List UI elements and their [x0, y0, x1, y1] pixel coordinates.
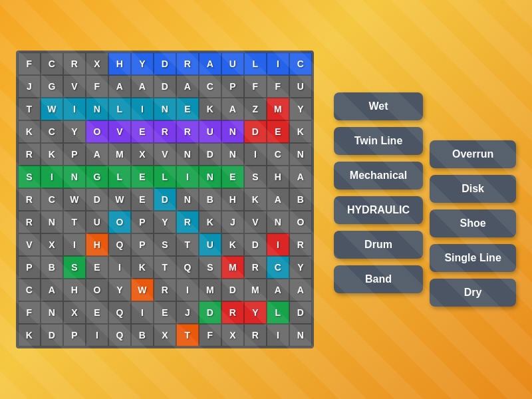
grid-cell: R	[18, 188, 41, 211]
grid-row: KDPIQBXTFXRIN	[18, 324, 312, 346]
grid-cell: C	[289, 53, 312, 75]
grid-cell: C	[41, 53, 63, 75]
grid-row: FNXEQIEJDRYLD	[18, 301, 312, 324]
grid-cell: M	[199, 279, 221, 301]
grid-cell: S	[63, 256, 86, 279]
grid-cell: A	[289, 279, 312, 301]
grid-cell: D	[154, 188, 176, 211]
word-button[interactable]: Dry	[430, 279, 516, 307]
grid-cell: S	[199, 256, 221, 279]
grid-cell: P	[18, 256, 41, 279]
grid-cell: K	[199, 211, 221, 233]
grid-cell: C	[41, 120, 63, 143]
grid-cell: U	[199, 120, 221, 143]
word-button[interactable]: Single Line	[430, 244, 516, 272]
word-button[interactable]: Shoe	[430, 209, 516, 237]
grid-cell: Q	[108, 233, 131, 256]
grid-cell: I	[41, 166, 63, 188]
grid-cell: I	[267, 233, 289, 256]
grid-cell: S	[244, 166, 267, 188]
grid-cell: R	[176, 53, 199, 75]
grid-cell: L	[267, 301, 289, 324]
grid-cell: E	[131, 166, 154, 188]
grid-cell: T	[63, 211, 86, 233]
grid-cell: V	[108, 120, 131, 143]
grid-cell: A	[41, 279, 63, 301]
grid-cell: N	[221, 143, 244, 166]
grid-cell: H	[108, 53, 131, 75]
grid-cell: B	[289, 188, 312, 211]
grid-cell: R	[176, 211, 199, 233]
word-button[interactable]: Wet	[334, 92, 423, 120]
grid-row: TWINLINEKAZMY	[18, 98, 312, 120]
word-search-grid: FCRXHYDRAULICJGVFAADACPFFUTWINLINEKAZMYK…	[16, 51, 314, 348]
grid-cell: K	[131, 256, 154, 279]
grid-cell: E	[86, 256, 108, 279]
grid-cell: R	[18, 211, 41, 233]
grid-cell: R	[18, 143, 41, 166]
grid-row: RCWDWEDNBHKAB	[18, 188, 312, 211]
word-button[interactable]: Band	[334, 265, 423, 293]
grid-cell: X	[221, 324, 244, 346]
grid-cell: A	[176, 75, 199, 98]
grid-cell: F	[18, 53, 41, 75]
grid-cell: I	[131, 301, 154, 324]
grid-cell: L	[244, 53, 267, 75]
grid-cell: I	[176, 279, 199, 301]
grid-cell: W	[63, 188, 86, 211]
word-list-panel: WetTwin LineMechanicalHYDRAULICDrumBand …	[334, 92, 516, 307]
grid-cell: B	[131, 324, 154, 346]
grid-cell: N	[63, 166, 86, 188]
grid-cell: I	[131, 98, 154, 120]
word-button[interactable]: Twin Line	[334, 127, 423, 155]
grid-cell: R	[244, 324, 267, 346]
word-button[interactable]: Disk	[430, 175, 516, 203]
grid-cell: G	[41, 75, 63, 98]
grid-cell: K	[289, 120, 312, 143]
word-button[interactable]: Overrun	[430, 140, 516, 168]
grid-cell: K	[41, 143, 63, 166]
grid-cell: J	[18, 75, 41, 98]
grid-cell: I	[63, 233, 86, 256]
grid-cell: N	[176, 188, 199, 211]
grid-cell: R	[289, 233, 312, 256]
grid-cell: X	[63, 301, 86, 324]
grid-cell: R	[154, 279, 176, 301]
grid-cell: E	[176, 98, 199, 120]
grid-cell: I	[267, 53, 289, 75]
grid-cell: E	[131, 188, 154, 211]
grid-cell: U	[86, 211, 108, 233]
grid-cell: A	[131, 75, 154, 98]
grid-cell: A	[86, 143, 108, 166]
grid-cell: Q	[108, 324, 131, 346]
grid-cell: C	[41, 188, 63, 211]
grid-cell: E	[267, 120, 289, 143]
grid-cell: N	[289, 143, 312, 166]
word-button[interactable]: HYDRAULIC	[334, 196, 423, 224]
grid-cell: H	[221, 188, 244, 211]
grid-row: PBSEIKTQSMRCY	[18, 256, 312, 279]
word-button[interactable]: Mechanical	[334, 162, 423, 190]
grid-cell: Y	[154, 211, 176, 233]
grid-cell: V	[154, 143, 176, 166]
grid-cell: C	[18, 279, 41, 301]
grid-row: FCRXHYDRAULIC	[18, 53, 312, 75]
grid-cell: U	[199, 233, 221, 256]
grid-cell: A	[267, 188, 289, 211]
grid-cell: Y	[289, 256, 312, 279]
grid-cell: N	[86, 98, 108, 120]
word-button[interactable]: Drum	[334, 231, 423, 259]
grid-cell: A	[221, 98, 244, 120]
grid-cell: I	[108, 256, 131, 279]
grid-cell: M	[221, 256, 244, 279]
grid-cell: M	[108, 143, 131, 166]
grid-row: VXIHQPSTUKDIR	[18, 233, 312, 256]
grid-cell: O	[108, 211, 131, 233]
grid-cell: I	[86, 324, 108, 346]
grid-cell: T	[18, 98, 41, 120]
grid-row: CAHOYWRIMDMAA	[18, 279, 312, 301]
grid-row: KCYOVERRUNDEK	[18, 120, 312, 143]
grid-cell: S	[18, 166, 41, 188]
grid-cell: F	[86, 75, 108, 98]
grid-cell: N	[199, 166, 221, 188]
